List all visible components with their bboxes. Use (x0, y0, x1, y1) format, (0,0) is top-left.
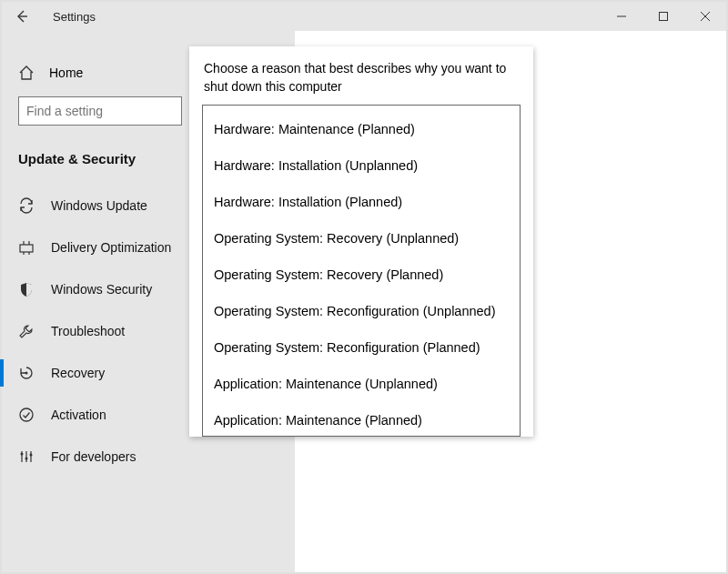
sidebar-item-label: Windows Security (51, 282, 152, 297)
home-icon (18, 65, 35, 81)
search-input[interactable] (18, 96, 182, 126)
window-controls (601, 2, 726, 31)
svg-point-6 (25, 458, 28, 460)
svg-rect-1 (660, 13, 668, 21)
minimize-button[interactable] (601, 2, 642, 31)
check-icon (18, 407, 35, 423)
minimize-icon (616, 11, 627, 22)
window-title: Settings (42, 10, 96, 24)
svg-rect-2 (20, 245, 33, 252)
recovery-icon (18, 365, 35, 381)
reason-option[interactable]: Application: Maintenance (Planned) (203, 402, 520, 437)
reason-option[interactable]: Application: Maintenance (Unplanned) (203, 366, 520, 402)
close-icon (700, 11, 711, 22)
arrow-left-icon (15, 9, 29, 24)
tools-icon (18, 448, 35, 465)
cycle-icon (18, 197, 35, 214)
shield-icon (18, 281, 35, 297)
shutdown-reason-dialog: Choose a reason that best describes why … (189, 46, 533, 437)
reason-option[interactable]: Hardware: Installation (Planned) (203, 184, 520, 220)
reason-option[interactable]: Hardware: Maintenance (Planned) (203, 111, 520, 147)
sidebar-item-label: For developers (51, 449, 136, 464)
reason-option[interactable]: Operating System: Recovery (Planned) (203, 257, 520, 293)
home-label: Home (49, 65, 83, 80)
sidebar-item-label: Troubleshoot (51, 324, 125, 338)
wrench-icon (18, 323, 35, 339)
svg-point-5 (21, 453, 24, 456)
maximize-button[interactable] (642, 2, 684, 31)
sidebar-item-label: Windows Update (51, 198, 147, 213)
sidebar-item-for-developers[interactable]: For developers (2, 436, 295, 478)
svg-point-4 (20, 408, 33, 421)
dialog-prompt: Choose a reason that best describes why … (204, 59, 519, 105)
reason-option[interactable]: Operating System: Recovery (Unplanned) (203, 220, 520, 257)
back-button[interactable] (2, 2, 42, 31)
svg-point-3 (25, 372, 28, 375)
svg-point-7 (30, 454, 33, 457)
sidebar-item-label: Activation (51, 408, 106, 422)
sidebar-item-label: Recovery (51, 366, 105, 380)
sidebar-item-label: Delivery Optimization (51, 240, 171, 255)
maximize-icon (658, 11, 669, 22)
reason-option[interactable]: Operating System: Reconfiguration (Plann… (203, 329, 520, 366)
delivery-icon (18, 239, 35, 256)
reason-option[interactable]: Hardware: Installation (Unplanned) (203, 147, 520, 184)
titlebar: Settings (2, 2, 726, 31)
settings-window: Settings Home Update & Secur (0, 0, 728, 574)
close-button[interactable] (684, 2, 726, 31)
reason-listbox[interactable]: Hardware: Maintenance (Planned)Hardware:… (202, 105, 521, 437)
reason-option[interactable]: Operating System: Reconfiguration (Unpla… (203, 293, 520, 329)
